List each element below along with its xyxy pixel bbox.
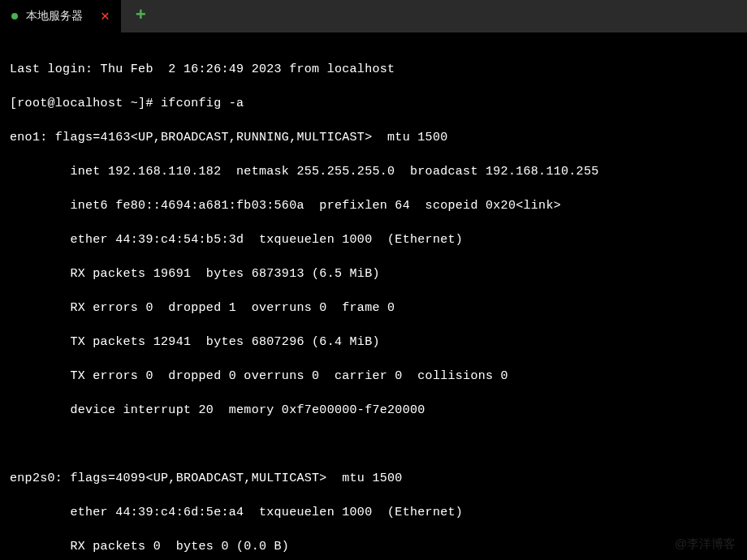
- iface-eno1-tx-errors: TX errors 0 dropped 0 overruns 0 carrier…: [10, 368, 737, 385]
- tab-local-server[interactable]: 本地服务器 ✕: [0, 0, 121, 32]
- iface-eno1-ether: ether 44:39:c4:54:b5:3d txqueuelen 1000 …: [10, 231, 737, 248]
- watermark: @李洋博客: [675, 536, 736, 552]
- iface-eno1-tx-packets: TX packets 12941 bytes 6807296 (6.4 MiB): [10, 334, 737, 351]
- iface-eno1-rx-errors: RX errors 0 dropped 1 overruns 0 frame 0: [10, 299, 737, 317]
- iface-enp2s0-header: enp2s0: flags=4099<UP,BROADCAST,MULTICAS…: [10, 470, 737, 487]
- iface-enp2s0-ether: ether 44:39:c4:6d:5e:a4 txqueuelen 1000 …: [10, 504, 737, 521]
- iface-enp2s0-rx-packets: RX packets 0 bytes 0 (0.0 B): [10, 538, 737, 555]
- new-tab-area: +: [121, 0, 146, 32]
- iface-eno1-header: eno1: flags=4163<UP,BROADCAST,RUNNING,MU…: [10, 129, 737, 146]
- tab-title: 本地服务器: [26, 9, 83, 24]
- tab-status-dot-icon: [11, 13, 18, 19]
- tab-bar: 本地服务器 ✕ +: [0, 0, 747, 32]
- blank-line: [10, 436, 737, 453]
- close-icon[interactable]: ✕: [101, 9, 110, 24]
- prompt-line: [root@localhost ~]# ifconfig -a: [10, 95, 737, 112]
- iface-eno1-inet6: inet6 fe80::4694:a681:fb03:560a prefixle…: [10, 197, 737, 214]
- iface-eno1-rx-packets: RX packets 19691 bytes 6873913 (6.5 MiB): [10, 265, 737, 282]
- terminal-output[interactable]: Last login: Thu Feb 2 16:26:49 2023 from…: [0, 32, 747, 560]
- last-login-line: Last login: Thu Feb 2 16:26:49 2023 from…: [10, 61, 737, 78]
- iface-eno1-inet: inet 192.168.110.182 netmask 255.255.255…: [10, 163, 737, 180]
- new-tab-button[interactable]: +: [136, 7, 146, 25]
- iface-eno1-device: device interrupt 20 memory 0xf7e00000-f7…: [10, 402, 737, 419]
